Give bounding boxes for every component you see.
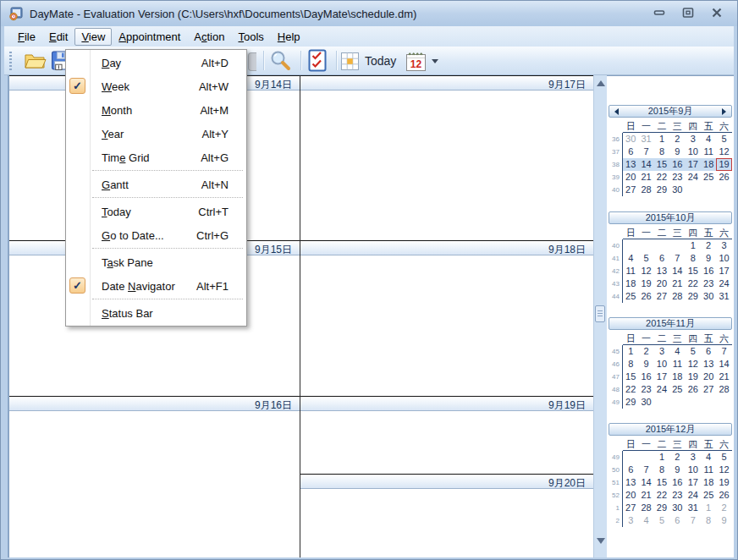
nav-date[interactable]: 23 bbox=[638, 383, 653, 396]
nav-date[interactable]: 12 bbox=[716, 464, 731, 476]
nav-date[interactable]: 10 bbox=[686, 464, 701, 476]
date-picker-button[interactable]: 12 bbox=[405, 50, 427, 72]
day-cell-header[interactable]: 9月18日 bbox=[300, 240, 593, 255]
nav-date[interactable]: 2 bbox=[701, 239, 716, 252]
menu-item-go-to-date[interactable]: Go to Date...Ctrl+G bbox=[66, 223, 246, 247]
nav-date[interactable]: 18 bbox=[701, 476, 716, 489]
nav-date[interactable]: 4 bbox=[623, 252, 638, 265]
nav-date[interactable]: 28 bbox=[638, 184, 653, 196]
menu-item-time-grid[interactable]: Time GridAlt+G bbox=[66, 145, 246, 169]
nav-date[interactable]: 23 bbox=[669, 171, 685, 184]
nav-date[interactable]: 8 bbox=[654, 464, 669, 476]
nav-date[interactable]: 21 bbox=[638, 171, 653, 184]
nav-date[interactable]: 28 bbox=[638, 502, 653, 514]
nav-date[interactable]: 29 bbox=[623, 396, 638, 409]
nav-date[interactable]: 27 bbox=[623, 184, 638, 196]
nav-date[interactable]: 19 bbox=[716, 476, 731, 489]
menu-item-today[interactable]: TodayCtrl+T bbox=[66, 200, 246, 223]
nav-date[interactable]: 10 bbox=[716, 252, 731, 265]
nav-date[interactable]: 5 bbox=[686, 345, 701, 358]
nav-date[interactable]: 3 bbox=[716, 239, 731, 252]
nav-date[interactable]: 7 bbox=[638, 464, 653, 476]
nav-date[interactable]: 18 bbox=[623, 277, 638, 290]
nav-date[interactable]: 1 bbox=[654, 451, 669, 464]
nav-date[interactable]: 22 bbox=[654, 171, 669, 184]
menu-item-week[interactable]: ✓WeekAlt+W bbox=[66, 74, 246, 98]
nav-date[interactable]: 10 bbox=[686, 145, 701, 158]
nav-date[interactable]: 24 bbox=[716, 277, 731, 290]
nav-date[interactable]: 14 bbox=[638, 476, 653, 489]
nav-date[interactable]: 3 bbox=[654, 345, 669, 358]
nav-date[interactable]: 15 bbox=[686, 265, 701, 277]
nav-date[interactable]: 1 bbox=[701, 502, 716, 514]
day-cell-body[interactable] bbox=[300, 255, 593, 396]
nav-date[interactable]: 30 bbox=[701, 290, 716, 303]
menu-action[interactable]: Action bbox=[187, 28, 231, 46]
nav-date[interactable]: 29 bbox=[654, 184, 669, 196]
nav-date[interactable]: 15 bbox=[654, 476, 669, 489]
menu-tools[interactable]: Tools bbox=[231, 28, 270, 46]
next-month-arrow[interactable] bbox=[722, 108, 726, 115]
nav-date[interactable]: 5 bbox=[716, 133, 731, 145]
nav-date[interactable]: 29 bbox=[686, 290, 701, 303]
nav-date[interactable]: 22 bbox=[686, 277, 701, 290]
nav-date[interactable]: 21 bbox=[638, 489, 653, 502]
nav-date[interactable]: 27 bbox=[623, 502, 638, 514]
nav-date[interactable]: 26 bbox=[716, 489, 731, 502]
nav-date[interactable]: 30 bbox=[669, 184, 685, 196]
nav-date[interactable]: 20 bbox=[654, 277, 669, 290]
menu-edit[interactable]: Edit bbox=[42, 28, 74, 46]
nav-date[interactable]: 31 bbox=[686, 502, 701, 514]
nav-date[interactable]: 4 bbox=[669, 345, 685, 358]
nav-date[interactable]: 12 bbox=[716, 145, 731, 158]
nav-date[interactable]: 16 bbox=[669, 476, 685, 489]
menu-item-gantt[interactable]: GanttAlt+N bbox=[66, 173, 246, 196]
nav-date[interactable]: 15 bbox=[654, 158, 669, 171]
nav-date[interactable]: 17 bbox=[654, 371, 669, 383]
nav-date[interactable]: 11 bbox=[669, 358, 685, 371]
nav-date[interactable]: 8 bbox=[654, 145, 669, 158]
menu-item-year[interactable]: YearAlt+Y bbox=[66, 122, 246, 145]
nav-date[interactable]: 11 bbox=[623, 265, 638, 277]
day-cell[interactable]: 9月16日 bbox=[9, 396, 300, 557]
nav-date[interactable]: 6 bbox=[623, 464, 638, 476]
nav-date[interactable]: 18 bbox=[669, 371, 685, 383]
nav-date[interactable]: 6 bbox=[701, 345, 716, 358]
nav-date[interactable]: 13 bbox=[654, 265, 669, 277]
day-cell-body[interactable] bbox=[300, 91, 593, 240]
scroll-up-arrow[interactable] bbox=[597, 80, 605, 86]
nav-date[interactable]: 24 bbox=[654, 383, 669, 396]
toolbar-grip[interactable] bbox=[9, 52, 12, 70]
nav-date[interactable]: 16 bbox=[669, 158, 685, 171]
partially-obscured-toolbar-icon[interactable] bbox=[248, 52, 256, 71]
nav-date[interactable]: 19 bbox=[686, 371, 701, 383]
nav-date[interactable]: 31 bbox=[716, 290, 731, 303]
nav-date[interactable]: 21 bbox=[716, 371, 731, 383]
app-icon[interactable] bbox=[8, 6, 24, 21]
nav-date[interactable]: 11 bbox=[701, 145, 716, 158]
nav-date[interactable]: 14 bbox=[638, 158, 653, 171]
nav-date[interactable]: 21 bbox=[669, 277, 685, 290]
nav-date[interactable]: 6 bbox=[654, 252, 669, 265]
nav-date[interactable]: 2 bbox=[669, 451, 685, 464]
nav-date[interactable]: 15 bbox=[623, 371, 638, 383]
nav-date[interactable]: 6 bbox=[623, 145, 638, 158]
nav-date[interactable]: 17 bbox=[686, 476, 701, 489]
day-cell-header[interactable]: 9月19日 bbox=[300, 396, 593, 411]
nav-date[interactable]: 7 bbox=[669, 252, 685, 265]
nav-date[interactable]: 20 bbox=[623, 171, 638, 184]
menu-file[interactable]: File bbox=[11, 28, 42, 46]
menu-help[interactable]: Help bbox=[271, 28, 307, 46]
menu-item-task-pane[interactable]: Task Pane bbox=[66, 250, 246, 274]
nav-date[interactable]: 7 bbox=[638, 145, 653, 158]
nav-date-today[interactable]: 19 bbox=[716, 158, 731, 171]
prev-month-arrow[interactable] bbox=[614, 108, 619, 115]
nav-date[interactable]: 16 bbox=[701, 265, 716, 277]
minimize-button[interactable] bbox=[653, 7, 666, 19]
nav-date[interactable]: 5 bbox=[716, 451, 731, 464]
menu-item-date-navigator[interactable]: ✓Date NavigatorAlt+F1 bbox=[66, 274, 246, 298]
nav-date[interactable]: 3 bbox=[686, 133, 701, 145]
day-cell-header[interactable]: 9月20日 bbox=[300, 474, 593, 489]
menu-item-day[interactable]: DayAlt+D bbox=[66, 51, 246, 74]
nav-date[interactable]: 8 bbox=[701, 514, 716, 527]
